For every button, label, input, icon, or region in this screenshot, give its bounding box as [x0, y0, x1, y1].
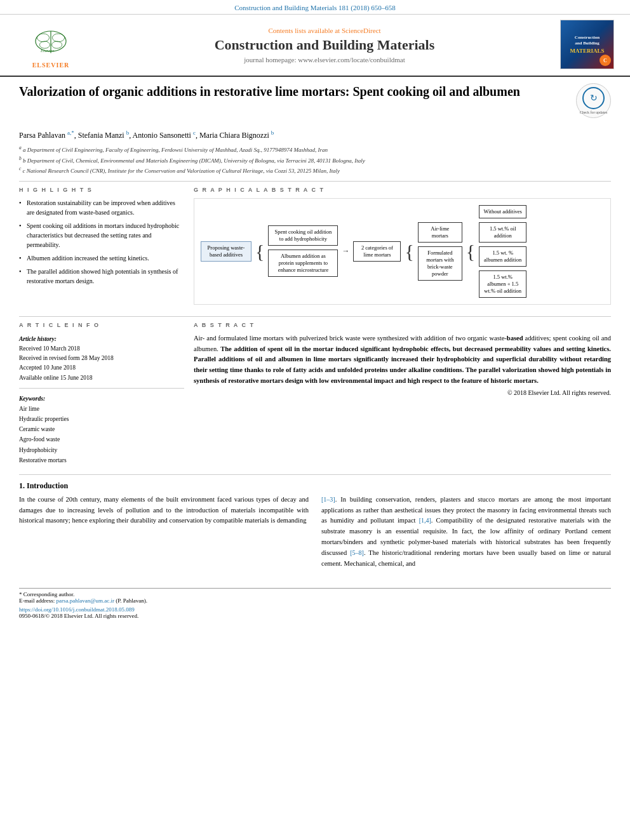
highlight-item-2: Spent cooking oil additions in mortars i… [19, 221, 184, 250]
keyword-3: Ceramic waste [19, 424, 184, 434]
keyword-4: Agro-food waste [19, 434, 184, 444]
keywords-title: Keywords: [19, 394, 184, 404]
cover-title: Constructionand Building [575, 35, 600, 46]
doi-line: https://doi.org/10.1016/j.conbuildmat.20… [19, 606, 611, 619]
keyword-5: Hydrophobicity [19, 445, 184, 455]
paper-title: Valorization of organic additions in res… [19, 83, 566, 100]
section-divider-3 [19, 474, 611, 475]
revised-date: Received in revised form 28 May 2018 [19, 354, 184, 363]
sciencedirect-link: Contents lists available at ScienceDirec… [89, 27, 560, 34]
footnote-section: * Corresponding author. E-mail address: … [19, 588, 611, 604]
highlights-list: Restoration sustainability can be improv… [19, 198, 184, 286]
highlights-graphical-section: H I G H L I G H T S Restoration sustaina… [19, 187, 611, 311]
introduction-columns: In the course of 20th century, many elem… [19, 495, 611, 570]
ga-node-categories: 2 categories of lime mortars [353, 241, 401, 262]
ga-flowchart: Proposing waste-based additives { Spent … [201, 205, 604, 298]
ga-node-oil-add: 1.5 wt.% oil addition [479, 222, 526, 243]
email-address[interactable]: parsa.pahlavan@um.ac.ir [56, 597, 114, 604]
highlight-item-4: The parallel addition showed high potent… [19, 267, 184, 286]
available-date: Available online 15 June 2018 [19, 373, 184, 383]
intro-ref-3[interactable]: [5–8] [350, 549, 364, 556]
ga-node-oil: Spent cooking oil addition to add hydrop… [268, 225, 338, 246]
author-sup-b1: b [126, 130, 130, 136]
highlight-item-3: Albumen addition increased the setting k… [19, 253, 184, 263]
ga-brace-right: { [405, 242, 413, 261]
copyright-line: © 2018 Elsevier Ltd. All rights reserved… [194, 389, 611, 396]
introduction-section: 1. Introduction In the course of 20th ce… [19, 481, 611, 570]
author-sup-b2: b [271, 130, 274, 136]
article-info-header: A R T I C L E I N F O [19, 322, 184, 328]
svg-text:Elsevier: Elsevier [40, 48, 54, 52]
check-updates-label: Check for updates [580, 110, 608, 114]
ga-node-combined: 1.5 wt.% albumen + 1.5 wt.% oil addition [479, 270, 526, 298]
svg-point-4 [39, 41, 50, 48]
paper-content: Valorization of organic additions in res… [0, 77, 630, 632]
update-circle: ↻ [582, 87, 605, 109]
svg-point-2 [37, 34, 49, 42]
publisher-logo-area: Elsevier ELSEVIER [13, 22, 89, 69]
graphical-abstract-column: G R A P H I C A L A B S T R A C T Propos… [194, 187, 611, 311]
history-title: Article history: [19, 335, 184, 344]
journal-cover-image: Constructionand Building MATERIALS C [560, 20, 614, 69]
abstract-header: A B S T R A C T [194, 322, 611, 328]
section-divider-1 [19, 181, 611, 182]
author-sup-c: c [193, 130, 196, 136]
svg-point-3 [52, 34, 64, 42]
keywords-section: Keywords: Air lime Hydraulic properties … [19, 394, 184, 465]
elsevier-tree-icon: Elsevier [29, 29, 73, 54]
article-info-column: A R T I C L E I N F O Article history: R… [19, 322, 184, 465]
ga-node-formulated: Formulated mortars with brick-waste powd… [418, 246, 462, 281]
corresponding-author-note: * Corresponding author. [19, 591, 611, 597]
authors-line: Parsa Pahlavan a,*, Stefania Manzi b, An… [19, 130, 611, 140]
affiliation-c: c c National Research Council (CNR), Ins… [19, 165, 611, 176]
elsevier-brand: ELSEVIER [32, 62, 70, 69]
paper-title-section: Valorization of organic additions in res… [19, 83, 611, 123]
doi-url[interactable]: https://doi.org/10.1016/j.conbuildmat.20… [19, 606, 611, 613]
graphical-abstract-box: Proposing waste-based additives { Spent … [194, 198, 611, 305]
received-date: Received 10 March 2018 [19, 344, 184, 354]
author-sup-a: a,* [67, 130, 74, 136]
intro-right-text: [1–3]. In building conservation, renders… [321, 496, 611, 567]
article-history: Article history: Received 10 March 2018 … [19, 335, 184, 383]
journal-citation: Construction and Building Materials 181 … [234, 4, 396, 11]
abstract-column: A B S T R A C T Air- and formulated lime… [194, 322, 611, 465]
ga-lime-col: Air-lime mortars Formulated mortars with… [418, 222, 462, 281]
introduction-right-col: [1–3]. In building conservation, renders… [321, 495, 611, 570]
affiliation-a: a a Department of Civil Engineering, Fac… [19, 144, 611, 155]
accepted-date: Accepted 10 June 2018 [19, 363, 184, 373]
email-line: E-mail address: parsa.pahlavan@um.ac.ir … [19, 597, 611, 604]
keyword-1: Air lime [19, 404, 184, 414]
article-info-abstract-section: A R T I C L E I N F O Article history: R… [19, 322, 611, 465]
abstract-body: Air- and formulated lime mortars with pu… [194, 335, 611, 384]
keyword-6: Restorative mortars [19, 455, 184, 465]
history-keywords-divider [19, 388, 184, 389]
abstract-text: Air- and formulated lime mortars with pu… [194, 333, 611, 387]
elsevier-logo: Elsevier [19, 22, 83, 60]
intro-left-text: In the course of 20th century, many elem… [19, 496, 309, 524]
ga-arrow-1: → [342, 246, 349, 256]
journal-center-header: Contents lists available at ScienceDirec… [89, 27, 560, 63]
check-for-updates-badge: ↻ Check for updates [576, 83, 611, 118]
keyword-2: Hydraulic properties [19, 414, 184, 424]
sciencedirect-brand[interactable]: ScienceDirect [342, 27, 381, 34]
introduction-title: 1. Introduction [19, 481, 611, 491]
introduction-left-col: In the course of 20th century, many elem… [19, 495, 309, 570]
ga-brace-left: { [255, 242, 264, 261]
email-name-note: (P. Pahlavan). [116, 597, 147, 604]
ga-middle-col: Spent cooking oil addition to add hydrop… [268, 225, 338, 277]
ga-node-air-lime: Air-lime mortars [418, 222, 462, 243]
journal-header: Elsevier ELSEVIER Contents lists availab… [0, 15, 630, 77]
intro-ref-1[interactable]: [1–3] [321, 496, 335, 503]
ga-results-col: Without additives 1.5 wt.% oil addition … [479, 205, 526, 298]
ga-node-albumen: Albumen addition as protein supplements … [268, 250, 338, 277]
highlights-header: H I G H L I G H T S [19, 187, 184, 193]
affiliations: a a Department of Civil Engineering, Fac… [19, 144, 611, 176]
graphical-abstract-header: G R A P H I C A L A B S T R A C T [194, 187, 611, 193]
ga-node-without: Without additives [479, 205, 526, 218]
article-info-content: Article history: Received 10 March 2018 … [19, 335, 184, 465]
journal-cover-area: Constructionand Building MATERIALS C [560, 20, 617, 70]
ga-node-start: Proposing waste-based additives [201, 241, 251, 262]
ga-node-albumen-add: 1.5 wt. % albumen addition [479, 246, 526, 267]
svg-point-5 [52, 41, 62, 48]
intro-ref-2[interactable]: [1,4] [419, 517, 431, 524]
